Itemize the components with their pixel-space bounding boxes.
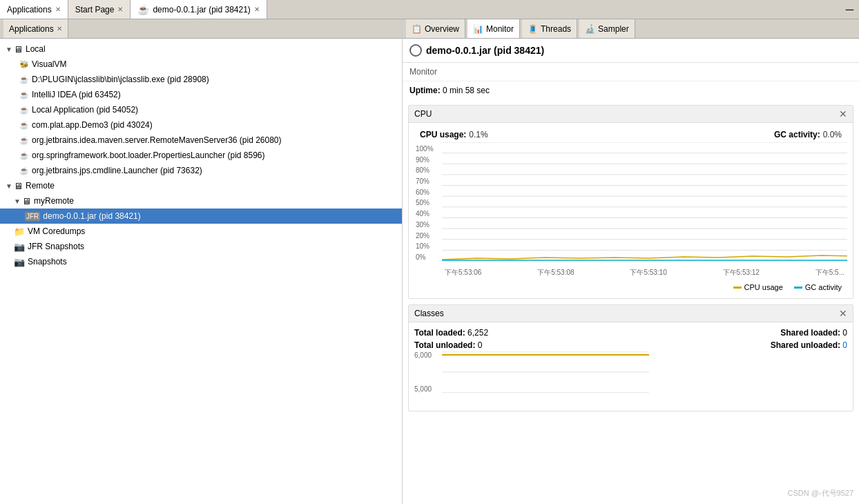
right-tab-overview[interactable]: 📋 Overview: [406, 19, 465, 38]
classes-section-header: Classes ✕: [409, 305, 853, 322]
y-label-20: 20%: [416, 232, 441, 240]
y-label-30: 30%: [416, 221, 441, 229]
shared-unloaded-stat: Shared unloaded: 0: [771, 340, 847, 350]
tree-item-remote-label: Remote: [26, 181, 55, 191]
tree-item-snapshots-label: Snapshots: [28, 257, 67, 266]
tree-item-demo-jar-label: demo-0.0.1.jar (pid 38421): [43, 211, 140, 221]
right-tab-threads[interactable]: 🧵 Threads: [522, 19, 577, 38]
right-panel: 📋 Overview 📊 Monitor 🧵 Threads 🔬 Sampler…: [403, 19, 859, 504]
legend-cpu-usage: CPU usage: [733, 283, 783, 291]
tree-item-remote[interactable]: ▼ 🖥 Remote: [0, 178, 402, 193]
tab-start-page[interactable]: Start Page ✕: [68, 0, 131, 19]
total-loaded-stat: Total loaded: 6,252: [414, 328, 488, 338]
x-label-5: 下午5:5...: [815, 268, 844, 278]
left-panel-header: Applications ✕: [0, 19, 402, 39]
tree-item-jclasslib[interactable]: ☕ D:\PLUGIN\jclasslib\bin\jclasslib.exe …: [0, 72, 402, 87]
tree-item-launcher[interactable]: ☕ org.jetbrains.jps.cmdline.Launcher (pi…: [0, 163, 402, 178]
remote-icon: 🖥: [14, 181, 23, 191]
y-label-0: 0%: [416, 253, 441, 261]
classes-y-6000: 6,000: [414, 351, 442, 359]
tree-item-snapshots[interactable]: ▶ 📷 Snapshots: [0, 254, 402, 269]
classes-chart: 6,000 5,000: [414, 351, 847, 407]
tree-item-maven[interactable]: ☕ org.jetbrains.idea.maven.server.Remote…: [0, 133, 402, 148]
cpu-section-header: CPU ✕: [409, 106, 853, 123]
monitor-section-label: Monitor: [403, 63, 859, 81]
panel-tab-applications[interactable]: Applications ✕: [3, 19, 68, 38]
tree-item-spring-label: org.springframework.boot.loader.Properti…: [32, 151, 265, 160]
classes-section-content: Total loaded: 6,252 Shared loaded: 0 Tot…: [409, 322, 853, 411]
tab-demo-jar-label: demo-0.0.1.jar (pid 38421): [153, 5, 250, 14]
total-loaded-label: Total loaded:: [414, 328, 467, 338]
classes-section-close[interactable]: ✕: [839, 308, 847, 319]
tree-item-demo3[interactable]: ☕ com.plat.app.Demo3 (pid 43024): [0, 117, 402, 133]
legend-gc-activity: GC activity: [794, 283, 842, 291]
launcher-icon: ☕: [19, 166, 29, 175]
expand-remote-arrow[interactable]: ▼: [6, 182, 14, 190]
maven-icon: ☕: [19, 136, 29, 145]
expand-myremote-arrow[interactable]: ▼: [14, 197, 22, 205]
cpu-usage-stat: CPU usage: 0.1%: [420, 130, 488, 139]
shared-loaded-stat: Shared loaded: 0: [780, 328, 847, 338]
uptime-row: Uptime: 0 min 58 sec: [403, 81, 859, 99]
classes-stats-row2: Total unloaded: 0 Shared unloaded: 0: [414, 339, 847, 351]
app-title-label: demo-0.0.1.jar (pid 38421): [426, 45, 544, 56]
legend-gc-activity-label: GC activity: [805, 283, 842, 291]
tree-item-myremote-label: myRemote: [34, 196, 74, 206]
total-unloaded-value: 0: [478, 340, 483, 350]
right-panel-header: 📋 Overview 📊 Monitor 🧵 Threads 🔬 Sampler: [403, 19, 859, 39]
watermark: CSDN @-代号9527: [787, 488, 853, 498]
tree-item-local-label: Local: [26, 44, 46, 54]
main-layout: Applications ✕ ▼ 🖥 Local 🐝 VisualVM ☕ D:…: [0, 19, 859, 504]
tab-applications-close[interactable]: ✕: [55, 6, 61, 13]
tab-applications[interactable]: Applications ✕: [0, 0, 68, 19]
tab-demo-jar-close[interactable]: ✕: [254, 6, 260, 13]
demo3-icon: ☕: [19, 121, 29, 130]
y-label-10: 10%: [416, 242, 441, 250]
legend-cpu-usage-label: CPU usage: [744, 283, 783, 291]
tree-item-local[interactable]: ▼ 🖥 Local: [0, 41, 402, 57]
classes-section: Classes ✕ Total loaded: 6,252 Shared loa…: [408, 304, 853, 411]
tree-item-jfr-snapshots[interactable]: ▶ 📷 JFR Snapshots: [0, 239, 402, 254]
cpu-stats-row: CPU usage: 0.1% GC activity: 0.0%: [414, 127, 847, 142]
classes-chart-y-axis: 6,000 5,000: [414, 351, 442, 393]
tree-item-local-app[interactable]: ☕ Local Application (pid 54052): [0, 102, 402, 117]
jfr-snapshots-icon: 📷: [14, 242, 25, 252]
tree-item-local-app-label: Local Application (pid 54052): [32, 105, 138, 115]
sampler-icon: 🔬: [585, 24, 595, 34]
tree-item-spring[interactable]: ☕ org.springframework.boot.loader.Proper…: [0, 148, 402, 163]
cpu-section: CPU ✕ CPU usage: 0.1% GC activity: 0.0%: [408, 105, 853, 299]
shared-unloaded-value: 0: [842, 340, 847, 350]
snapshots-icon: 📷: [14, 257, 25, 267]
x-label-4: 下午5:53:12: [723, 268, 760, 278]
tree-item-vm-coredumps[interactable]: ▶ 📁 VM Coredumps: [0, 224, 402, 239]
tree-item-maven-label: org.jetbrains.idea.maven.server.RemoteMa…: [32, 135, 282, 145]
cpu-usage-value: 0.1%: [469, 130, 488, 139]
cpu-usage-label: CPU usage:: [420, 130, 466, 139]
y-label-50: 50%: [416, 199, 441, 206]
top-tab-bar: Applications ✕ Start Page ✕ ☕ demo-0.0.1…: [0, 0, 859, 19]
loading-spinner-icon: [409, 44, 422, 57]
tree-item-demo-jar[interactable]: JFR demo-0.0.1.jar (pid 38421): [0, 209, 402, 224]
uptime-value: 0 min 58 sec: [443, 86, 490, 95]
tree-item-myremote[interactable]: ▼ 🖥 myRemote: [0, 193, 402, 209]
right-tab-sampler[interactable]: 🔬 Sampler: [579, 19, 635, 38]
classes-section-title: Classes: [414, 309, 444, 318]
cpu-section-close[interactable]: ✕: [839, 108, 847, 119]
expand-local-arrow[interactable]: ▼: [6, 46, 14, 53]
tab-demo-jar[interactable]: ☕ demo-0.0.1.jar (pid 38421) ✕: [131, 0, 267, 19]
local-computer-icon: 🖥: [14, 44, 23, 55]
tree-item-intellij-label: IntelliJ IDEA (pid 63452): [32, 90, 121, 99]
tree-item-intellij[interactable]: ☕ IntelliJ IDEA (pid 63452): [0, 87, 402, 102]
total-loaded-value: 6,252: [467, 328, 488, 338]
left-panel: Applications ✕ ▼ 🖥 Local 🐝 VisualVM ☕ D:…: [0, 19, 403, 504]
tree-item-visualvm[interactable]: 🐝 VisualVM: [0, 57, 402, 72]
local-app-icon: ☕: [19, 106, 29, 115]
y-label-100: 100%: [416, 145, 441, 153]
minimize-button[interactable]: ─: [840, 3, 859, 16]
tab-start-page-close[interactable]: ✕: [117, 6, 123, 13]
application-tree: ▼ 🖥 Local 🐝 VisualVM ☕ D:\PLUGIN\jclassl…: [0, 39, 402, 504]
panel-tab-applications-close[interactable]: ✕: [57, 25, 62, 32]
myremote-icon: 🖥: [22, 196, 31, 206]
y-label-90: 90%: [416, 156, 441, 164]
right-tab-monitor[interactable]: 📊 Monitor: [467, 19, 520, 38]
